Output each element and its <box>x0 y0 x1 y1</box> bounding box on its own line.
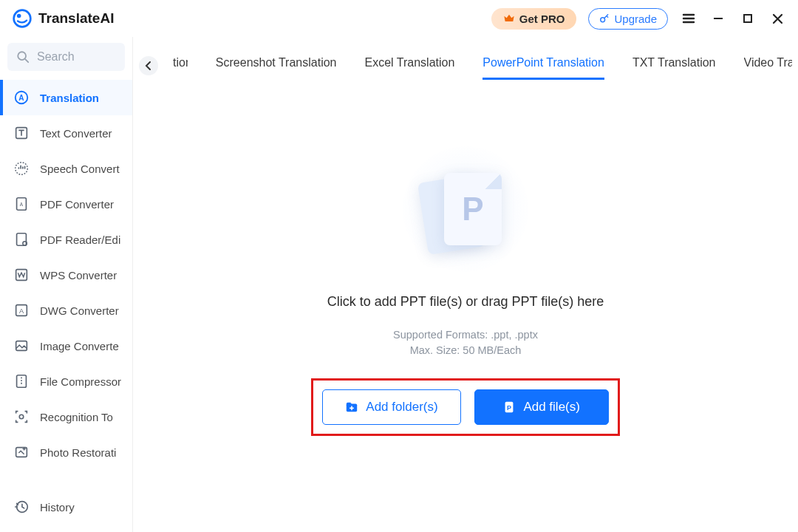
svg-rect-11 <box>17 233 27 246</box>
sidebar-item-history[interactable]: History <box>0 489 132 525</box>
tab-partial-left[interactable]: tion <box>173 52 188 80</box>
sidebar-item-translation[interactable]: A Translation <box>0 80 132 115</box>
close-button[interactable] <box>768 10 786 27</box>
sidebar-item-label: Image Converte <box>40 340 119 352</box>
sidebar-item-label: History <box>40 501 75 514</box>
tab-txt-translation[interactable]: TXT Translation <box>632 52 716 80</box>
tabs-bar: tion Screenshot Translation Excel Transl… <box>133 37 798 80</box>
svg-point-1 <box>17 14 21 18</box>
sidebar-item-recognition[interactable]: Recognition To <box>0 399 132 434</box>
text-converter-icon <box>13 125 30 141</box>
supported-formats-text: Supported Formats: .ppt, .pptx <box>393 327 538 342</box>
minimize-button[interactable] <box>709 10 727 27</box>
add-folder-icon <box>345 400 358 414</box>
logo-icon <box>12 8 33 29</box>
get-pro-label: Get PRO <box>519 13 565 25</box>
wps-icon <box>13 267 30 283</box>
max-size-text: Max. Size: 50 MB/Each <box>393 343 538 358</box>
action-button-row: Add folder(s) P Add file(s) <box>311 378 619 436</box>
svg-point-18 <box>19 415 24 419</box>
sidebar-item-label: PDF Reader/Edi <box>40 233 120 246</box>
sidebar-item-label: Translation <box>40 92 99 104</box>
ppt-illustration: P <box>392 146 539 272</box>
sidebar-item-label: Speech Convert <box>40 163 120 175</box>
sidebar-item-text-converter[interactable]: Text Converter <box>0 115 132 151</box>
get-pro-button[interactable]: Get PRO <box>491 8 577 30</box>
translation-icon: A <box>13 89 30 106</box>
compressor-icon <box>13 373 30 389</box>
speech-icon <box>13 160 30 177</box>
key-icon <box>599 13 610 24</box>
sidebar-item-image-converter[interactable]: Image Converte <box>0 328 132 364</box>
image-converter-icon <box>13 338 30 354</box>
add-file-label: Add file(s) <box>523 400 580 415</box>
upgrade-label: Upgrade <box>614 13 657 25</box>
dwg-icon: A <box>13 302 30 318</box>
search-box[interactable] <box>7 43 125 71</box>
tabs-scroll-left-button[interactable] <box>139 56 158 75</box>
svg-rect-13 <box>16 270 27 281</box>
svg-text:A: A <box>19 307 24 315</box>
add-folder-label: Add folder(s) <box>366 400 437 415</box>
tab-powerpoint-translation[interactable]: PowerPoint Translation <box>482 52 604 80</box>
recognition-icon <box>13 409 30 425</box>
menu-button[interactable] <box>680 10 698 27</box>
upgrade-button[interactable]: Upgrade <box>588 8 668 30</box>
svg-point-4 <box>18 52 26 60</box>
sidebar-item-file-compressor[interactable]: File Compressor <box>0 364 132 399</box>
photo-restore-icon <box>13 444 30 460</box>
sidebar: A Translation Text Converter Speech Conv… <box>0 37 133 532</box>
sidebar-item-label: Recognition To <box>40 411 113 423</box>
sidebar-item-label: WPS Converter <box>40 269 117 282</box>
svg-point-0 <box>14 10 31 27</box>
app-title: TranslateAI <box>38 10 114 27</box>
add-folder-button[interactable]: Add folder(s) <box>322 389 460 425</box>
svg-text:A: A <box>20 202 24 207</box>
crown-icon <box>503 13 515 24</box>
tab-excel-translation[interactable]: Excel Translation <box>365 52 455 80</box>
pdf-converter-icon: A <box>13 196 30 212</box>
sidebar-item-label: Text Converter <box>40 127 112 140</box>
svg-text:P: P <box>507 403 511 411</box>
sidebar-item-label: DWG Converter <box>40 304 119 317</box>
search-icon <box>16 50 30 64</box>
add-file-button[interactable]: P Add file(s) <box>474 389 609 425</box>
sidebar-item-label: Photo Restorati <box>40 446 116 459</box>
pdf-reader-icon <box>13 231 30 248</box>
instruction-text: Click to add PPT file(s) or drag PPT fil… <box>327 294 604 310</box>
sidebar-item-label: PDF Converter <box>40 198 114 211</box>
svg-rect-3 <box>744 15 751 22</box>
tab-video-translation[interactable]: Video Trans <box>744 52 792 80</box>
search-input[interactable] <box>37 50 116 64</box>
sidebar-item-speech-convert[interactable]: Speech Convert <box>0 151 132 186</box>
tab-screenshot-translation[interactable]: Screenshot Translation <box>216 52 337 80</box>
maximize-button[interactable] <box>739 10 757 27</box>
svg-text:A: A <box>18 94 24 102</box>
sidebar-item-label: File Compressor <box>40 375 121 388</box>
sidebar-item-pdf-reader[interactable]: PDF Reader/Edi <box>0 222 132 257</box>
sidebar-item-wps-converter[interactable]: WPS Converter <box>0 257 132 293</box>
svg-point-8 <box>16 163 28 175</box>
drop-zone[interactable]: P Click to add PPT file(s) or drag PPT f… <box>133 80 798 532</box>
svg-rect-16 <box>16 341 27 351</box>
ppt-letter: P <box>462 191 483 228</box>
sidebar-item-pdf-converter[interactable]: A PDF Converter <box>0 186 132 222</box>
sidebar-item-photo-restoration[interactable]: Photo Restorati <box>0 434 132 470</box>
add-file-icon: P <box>502 400 516 414</box>
app-logo: TranslateAI <box>12 8 114 29</box>
sidebar-item-dwg-converter[interactable]: A DWG Converter <box>0 293 132 328</box>
history-icon <box>13 499 30 515</box>
